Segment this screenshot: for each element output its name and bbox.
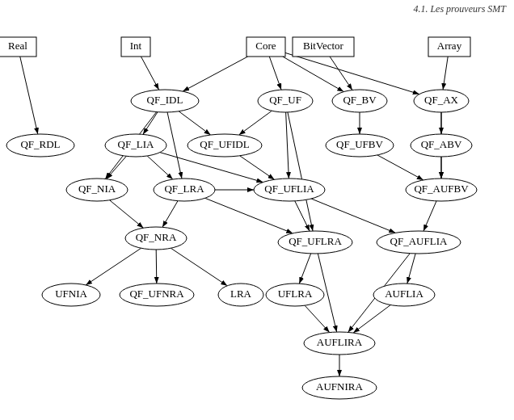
arrow-QF_LIA-QF_LRA	[147, 156, 173, 179]
node-label-QF_IDL: QF_IDL	[147, 94, 183, 106]
arrow-Int-QF_IDL	[141, 57, 158, 90]
arrow-QF_NIA-QF_NRA	[110, 200, 144, 228]
arrow-QF_IDL-QF_LRA	[167, 112, 182, 178]
node-label-QF_LIA: QF_LIA	[118, 138, 154, 150]
arrow-Array-QF_AX	[443, 57, 448, 90]
node-label-QF_UFLIA: QF_UFLIA	[264, 183, 314, 195]
node-label-QF_NRA: QF_NRA	[136, 231, 177, 243]
arrow-Real-QF_RDL	[20, 57, 38, 134]
node-label-QF_AX: QF_AX	[424, 94, 459, 106]
arrow-UFLRA-AUFLIRA	[305, 305, 330, 332]
node-label-Core: Core	[255, 40, 276, 52]
node-label-AUFNIRA: AUFNIRA	[316, 380, 363, 393]
node-label-QF_AUFLIA: QF_AUFLIA	[390, 235, 448, 247]
node-label-QF_NIA: QF_NIA	[78, 183, 116, 195]
node-label-Real: Real	[8, 40, 27, 52]
node-label-QF_AUFBV: QF_AUFBV	[414, 183, 469, 195]
arrow-Core-QF_AX	[285, 52, 419, 94]
arrow-QF_UF-QF_UFLIA	[286, 112, 289, 178]
diagram-svg: RealIntCoreBitVectorArrayQF_IDLQF_RDLQF_…	[0, 16, 514, 420]
arrow-QF_UFIDL-QF_UFLIA	[240, 156, 275, 179]
node-label-QF_BV: QF_BV	[343, 94, 377, 106]
arrow-QF_AUFLIA-AUFLIA	[407, 254, 415, 284]
arrow-QF_NRA-UFNIA	[86, 248, 141, 285]
node-label-QF_ABV: QF_ABV	[421, 138, 462, 150]
arrow-QF_IDL-QF_LIA	[143, 112, 158, 135]
arrow-QF_LIA-QF_UFLIA	[160, 153, 263, 183]
arrow-QF_LRA-QF_NRA	[162, 201, 178, 228]
node-label-UFNIA: UFNIA	[55, 288, 87, 300]
arrow-QF_NRA-LRA	[171, 248, 227, 286]
arrow-QF_UFBV-QF_AUFBV	[377, 155, 423, 180]
node-label-QF_LRA: QF_LRA	[164, 183, 204, 195]
node-label-QF_UF: QF_UF	[269, 94, 301, 106]
page-header: 4.1. Les prouveurs SMT	[413, 3, 506, 15]
arrow-QF_NRA-QF_UFNRA	[156, 250, 157, 284]
node-label-UFLRA: UFLRA	[278, 288, 313, 300]
arrow-QF_LRA-QF_UFLRA	[205, 198, 293, 233]
arrow-Core-QF_IDL	[183, 57, 247, 91]
arrow-QF_UF-QF_UFLRA	[288, 112, 313, 231]
node-label-Int: Int	[130, 40, 142, 52]
arrow-QF_LIA-QF_NIA	[107, 156, 127, 178]
arrow-QF_UF-QF_UFIDL	[239, 111, 272, 135]
node-label-LRA: LRA	[230, 288, 252, 300]
node-label-QF_UFBV: QF_UFBV	[336, 138, 383, 150]
arrow-QF_UFLIA-QF_AUFLIA	[311, 199, 395, 233]
node-label-QF_UFNRA: QF_UFNRA	[129, 288, 184, 300]
node-label-AUFLIA: AUFLIA	[385, 288, 423, 300]
arrow-BitVector-QF_BV	[330, 57, 352, 90]
arrow-QF_UFLRA-UFLRA	[299, 254, 310, 284]
node-label-BitVector: BitVector	[303, 40, 343, 52]
arrow-QF_AUFBV-QF_AUFLIA	[423, 201, 436, 231]
node-label-QF_RDL: QF_RDL	[20, 138, 60, 150]
node-label-AUFLIRA: AUFLIRA	[317, 336, 363, 348]
diagram-container: RealIntCoreBitVectorArrayQF_IDLQF_RDLQF_…	[0, 16, 514, 420]
node-label-Array: Array	[437, 40, 462, 52]
arrow-QF_IDL-QF_UFIDL	[179, 111, 210, 135]
arrow-Core-QF_UF	[269, 57, 281, 90]
node-label-QF_UFIDL: QF_UFIDL	[200, 138, 249, 150]
node-label-QF_UFLRA: QF_UFLRA	[289, 235, 342, 247]
